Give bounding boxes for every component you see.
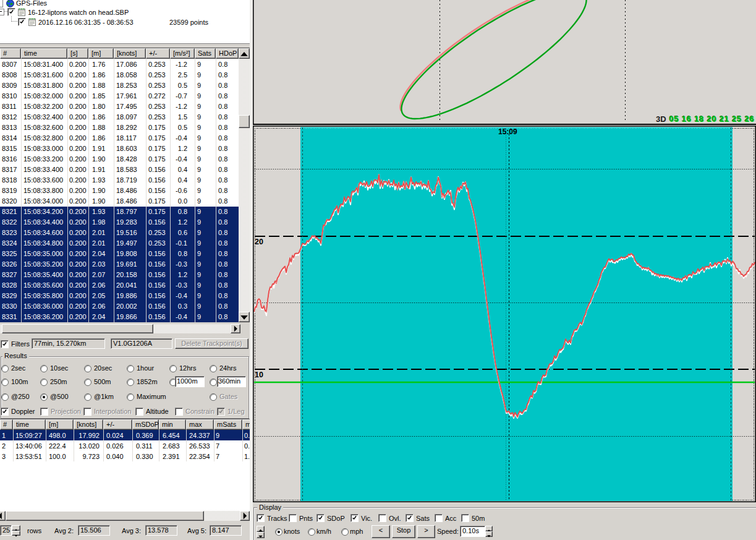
svg-text:20: 20 (255, 238, 263, 246)
svg-text:05 16 18 20 21 25 26: 05 16 18 20 21 25 26 (669, 114, 755, 124)
svg-text:10: 10 (255, 371, 263, 379)
svg-text:15:09: 15:09 (498, 127, 517, 136)
svg-text:3D: 3D (656, 114, 666, 124)
